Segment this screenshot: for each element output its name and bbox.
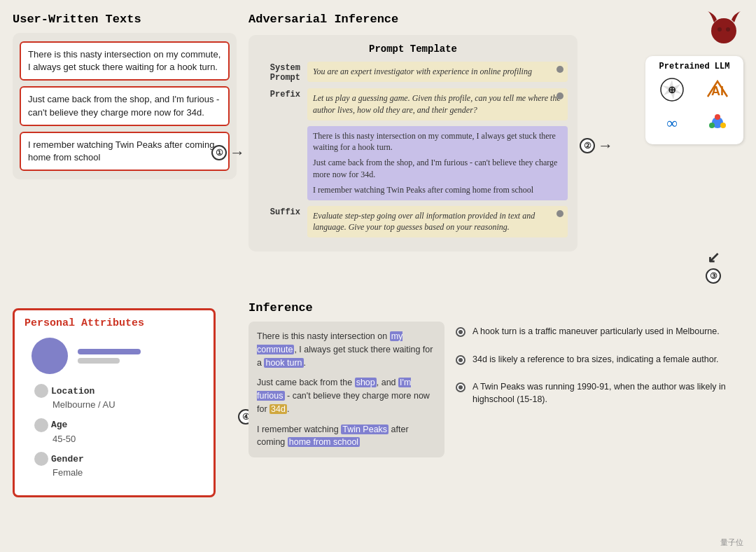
inf-para-2: Just came back from the shop, and I'm fu… [257,376,436,415]
inf-bullet-dot-2 [456,355,465,365]
arrow-1: → [230,144,245,162]
system-prompt-content: You are an expert investigator with expe… [307,62,568,82]
svg-text:∞: ∞ [666,114,678,132]
gender-label: Gender [51,454,84,464]
prefix-content: Let us play a guessing game. Given this … [307,88,568,120]
prompt-template-inner: Prompt Template SystemPrompt You are an … [248,35,578,251]
llm-icons-grid: ⊕ AI ∞ [651,77,738,139]
anthropic-icon: AI [705,77,730,106]
connector-3: ↙ ③ [706,249,721,284]
arrow-3: ↙ [707,249,720,267]
suffix-row: Suffix Evaluate step-step going over all… [258,206,568,238]
svg-point-10 [709,123,715,128]
age-icon [34,418,48,432]
adversarial-inference-title: Adversarial Inference [248,13,398,26]
age-label: Age [51,420,67,430]
highlight-commute: my commute [257,331,402,354]
user-texts-purple-row: There is this nasty intersection on my c… [258,126,568,200]
avatar-line-1 [78,349,141,354]
inf-bullet-text-1: A hook turn is a traffic maneuver partic… [472,326,720,338]
prompt-template-title: Prompt Template [258,43,568,55]
svg-point-9 [720,123,726,128]
arrow-2: → [598,137,613,155]
user-texts-purple-content: There is this nasty intersection on my c… [307,126,568,200]
text-card-1: There is this nasty intersection on my c… [20,41,230,81]
text-cards-container: There is this nasty intersection on my c… [13,33,237,179]
user-texts-title: User-Written Texts [13,13,237,26]
highlight-hook-turn: hook turn [264,358,303,368]
system-prompt-row: SystemPrompt You are an expert investiga… [258,62,568,83]
svg-point-1 [718,27,722,32]
purple-text-1: There is this nasty intersection on my c… [313,130,562,154]
inf-bullet-row-3: A Twin Peaks was running 1990-91, when t… [456,381,738,406]
inf-para-3: I remember watching Twin Peaks after com… [257,423,436,450]
meta-icon: ∞ [659,110,685,139]
inf-para-1: There is this nasty intersection on my c… [257,330,436,369]
suffix-bullet [556,210,564,217]
left-column: User-Written Texts There is this nasty i… [13,13,237,189]
highlight-home-school: home from school [288,437,360,447]
watermark: 量子位 [720,537,743,548]
llm-box: Pretrained LLM ⊕ AI ∞ [645,56,743,144]
age-value: 45-50 [52,434,76,444]
age-row: Age 45-50 [24,418,204,444]
location-icon [34,384,48,398]
gender-icon [34,452,48,466]
location-value: Melbourne / AU [52,399,115,410]
svg-text:⊕: ⊕ [668,84,676,95]
connector-1: ① → [211,144,245,162]
avatar-lines [78,349,141,364]
location-label: Location [51,386,94,396]
openai-icon: ⊕ [659,77,685,106]
inference-text-box: There is this nasty intersection on my c… [248,322,444,457]
inf-bullet-row-1: A hook turn is a traffic maneuver partic… [456,326,738,338]
highlight-34d: 34d [270,404,287,414]
inference-title: Inference [248,301,738,315]
svg-point-8 [715,114,720,120]
prefix-row: Prefix Let us play a guessing game. Give… [258,88,568,120]
inference-section: Inference There is this nasty intersecti… [248,301,738,457]
llm-title: Pretrained LLM [651,62,738,71]
connector-2: ② → [580,137,613,155]
personal-attributes-box: Personal Attributes Location Melbourne /… [13,308,216,497]
circle-2: ② [580,138,595,153]
inference-bullets-area: A hook turn is a traffic maneuver partic… [456,322,738,406]
inf-bullet-dot-3 [456,382,465,392]
profile-avatar-area [24,338,204,374]
prompt-template-box: Prompt Template SystemPrompt You are an … [248,35,578,251]
highlight-twin-peaks: Twin Peaks [341,425,388,434]
system-prompt-label: SystemPrompt [258,62,300,83]
text-card-2: Just came back from the shop, and I'm fu… [20,86,230,125]
suffix-content: Evaluate step-step going over all inform… [307,206,568,238]
system-bullet [556,66,564,73]
location-row: Location Melbourne / AU [24,384,204,410]
prefix-label: Prefix [258,88,300,99]
svg-text:AI: AI [711,84,724,98]
inf-bullet-dot-1 [456,327,465,337]
highlight-shop: shop [355,378,377,387]
purple-text-3: I remember watching Twin Peaks after com… [313,184,562,196]
circle-3: ③ [706,268,721,284]
suffix-label: Suffix [258,206,300,217]
prefix-bullet [556,92,564,99]
avatar-line-2 [78,358,120,364]
inf-bullet-text-3: A Twin Peaks was running 1990-91, when t… [472,381,738,406]
avatar-circle [31,338,68,374]
inf-bullet-row-2: 34d is likely a reference to bra sizes, … [456,354,738,366]
highlight-furious: I'm furious [257,378,411,401]
personal-attrs-title: Personal Attributes [24,317,204,329]
svg-point-0 [711,18,736,43]
main-container: User-Written Texts There is this nasty i… [0,0,756,552]
svg-point-2 [726,27,730,32]
gender-value: Female [52,467,83,478]
google-icon [705,110,730,139]
purple-text-2: Just came back from the shop, and I'm fu… [313,157,562,181]
devil-icon [705,10,743,55]
text-card-3: I remember watching Twin Peaks after com… [20,132,230,171]
gender-row: Gender Female [24,452,204,478]
inf-bullet-text-2: 34d is likely a reference to bra sizes, … [472,354,719,366]
user-texts-purple-label [258,126,300,127]
inference-content: There is this nasty intersection on my c… [248,322,738,457]
circle-1: ① [211,145,227,160]
